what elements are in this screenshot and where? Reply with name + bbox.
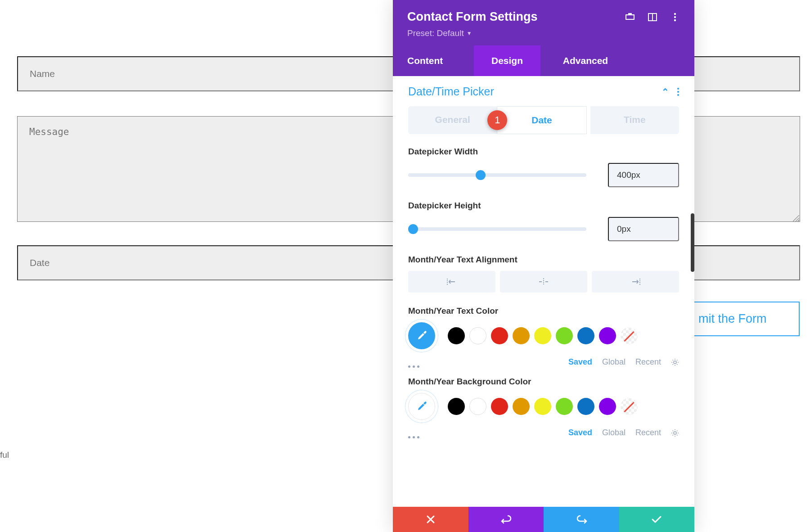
bg-color-label: Month/Year Background Color [408,377,679,387]
submit-button[interactable]: mit the Form [688,302,800,336]
chevron-down-icon: ▼ [467,30,472,36]
text-color-swatches [408,322,679,349]
swatch-yellow[interactable] [534,327,551,344]
subtab-general[interactable]: General [408,106,497,134]
preset-label: Preset: Default [407,28,464,38]
panel-tabs: Content Design Advanced [393,45,694,76]
more-dots-icon[interactable] [408,436,419,438]
swatch-purple[interactable] [599,398,616,415]
align-right-icon [630,277,641,286]
save-button[interactable] [619,507,695,532]
eyedropper-icon [416,330,428,342]
preset-selector[interactable]: Preset: Default ▼ [407,28,680,38]
subtabs: General 1 Date Time [408,106,679,134]
expand-icon[interactable] [625,12,635,22]
align-center-icon [538,277,549,286]
columns-icon[interactable] [648,12,657,22]
swatch-purple[interactable] [599,327,616,344]
truncated-text: ful [0,450,9,460]
eyedropper-text-color[interactable] [408,322,435,349]
subtab-date[interactable]: 1 Date [497,106,586,134]
tab-advanced[interactable]: Advanced [540,45,630,76]
swatch-blue[interactable] [577,398,594,415]
annotation-badge: 1 [487,110,507,130]
swatch-white[interactable] [469,327,486,344]
undo-button[interactable] [468,507,544,532]
align-left-icon [446,277,458,286]
redo-button[interactable] [544,507,619,532]
svg-point-6 [674,19,676,21]
bg-color-swatches [408,393,679,420]
eyedropper-bg-color[interactable] [408,393,435,420]
height-slider-thumb[interactable] [408,224,418,234]
section-title[interactable]: Date/Time Picker [408,85,494,98]
close-icon [426,514,436,524]
chevron-up-icon[interactable]: ⌃ [662,86,669,97]
swatch-none[interactable] [621,398,638,415]
scrollbar-thumb[interactable] [691,213,694,272]
swatch-orange[interactable] [513,327,530,344]
color-tab-saved[interactable]: Saved [568,428,592,437]
tab-design[interactable]: Design [474,45,540,76]
color-tab-global[interactable]: Global [602,357,626,367]
swatch-blue[interactable] [577,327,594,344]
height-slider[interactable] [408,227,586,231]
width-value-input[interactable] [608,163,679,187]
swatch-black[interactable] [448,398,465,415]
panel-title: Contact Form Settings [407,10,538,24]
color-tab-recent[interactable]: Recent [635,428,661,437]
svg-point-5 [674,16,676,18]
svg-point-4 [674,13,676,14]
swatch-orange[interactable] [513,398,530,415]
text-color-label: Month/Year Text Color [408,306,679,316]
swatch-green[interactable] [556,398,573,415]
color-tab-global[interactable]: Global [602,428,626,437]
swatch-white[interactable] [469,398,486,415]
tab-content[interactable]: Content [393,45,474,76]
swatch-red[interactable] [491,398,508,415]
swatch-red[interactable] [491,327,508,344]
check-icon [651,515,662,524]
resize-handle-icon[interactable] [793,215,799,221]
width-label: Datepicker Width [408,147,679,157]
undo-icon [500,514,512,524]
svg-point-10 [674,361,676,364]
panel-footer [393,507,694,532]
height-label: Datepicker Height [408,201,679,211]
settings-panel: Contact Form Settings Preset: Default ▼ … [393,0,694,532]
redo-icon [576,514,587,524]
svg-point-11 [674,432,676,434]
more-dots-icon[interactable] [408,365,419,368]
section-kebab-icon[interactable] [677,88,679,96]
panel-header: Contact Form Settings Preset: Default ▼ [393,0,694,45]
align-right-button[interactable] [592,271,679,293]
svg-rect-0 [626,15,634,19]
align-left-button[interactable] [408,271,495,293]
eyedropper-icon [416,401,428,412]
svg-rect-1 [628,13,632,15]
color-tab-saved[interactable]: Saved [568,357,592,367]
align-label: Month/Year Text Alignment [408,255,679,265]
subtab-date-label: Date [531,115,552,125]
height-value-input[interactable] [608,217,679,241]
panel-body: Date/Time Picker ⌃ General 1 Date Time D… [393,76,694,507]
cancel-button[interactable] [393,507,468,532]
gear-icon[interactable] [671,358,679,366]
swatch-green[interactable] [556,327,573,344]
subtab-time[interactable]: Time [590,106,679,134]
width-slider-thumb[interactable] [476,170,486,180]
swatch-none[interactable] [621,327,638,344]
swatch-yellow[interactable] [534,398,551,415]
gear-icon[interactable] [671,429,679,437]
align-center-button[interactable] [500,271,587,293]
width-slider[interactable] [408,173,586,177]
swatch-black[interactable] [448,327,465,344]
color-tab-recent[interactable]: Recent [635,357,661,367]
kebab-menu-icon[interactable] [670,12,680,22]
